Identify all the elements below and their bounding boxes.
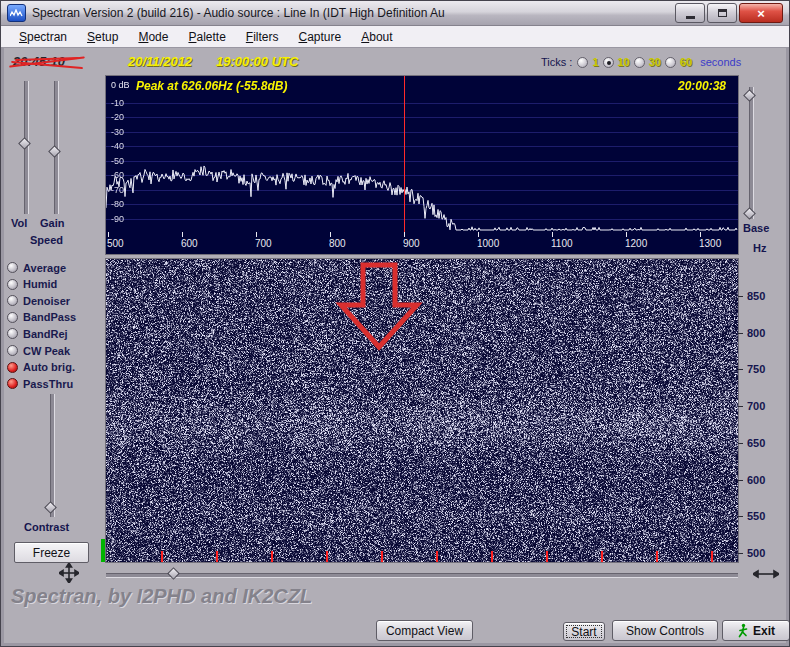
contrast-label: Contrast <box>24 521 69 533</box>
ticks-group: 1103060 <box>577 56 692 68</box>
freq-tick <box>256 232 257 237</box>
credit-text: Spectran, by I2PHD and IK2CZL <box>11 585 312 608</box>
exit-button-label: Exit <box>753 624 775 638</box>
freq-tick-label: 700 <box>255 238 272 249</box>
waterfall-tick <box>738 443 743 444</box>
freq-tick <box>330 232 331 237</box>
hz-label: Hz <box>753 242 766 254</box>
waterfall-tick-label: 600 <box>747 474 765 486</box>
menu-bar: SpectranSetupModePaletteFiltersCaptureAb… <box>1 26 789 48</box>
waterfall-tick-label: 750 <box>747 363 765 375</box>
waterfall-tick <box>738 369 743 370</box>
freq-tick-label: 800 <box>329 238 346 249</box>
maximize-icon <box>718 9 727 17</box>
waterfall-frequency-scale: 850800750700650600550500 <box>738 290 790 565</box>
average-label: Average <box>23 262 66 274</box>
frequency-scale: 5006007008009001000110012001300 <box>106 232 738 254</box>
exit-button[interactable]: Exit <box>722 620 790 641</box>
window-controls: × <box>675 3 783 23</box>
show-controls-button[interactable]: Show Controls <box>612 620 718 641</box>
exit-runner-icon <box>737 623 749 638</box>
close-button[interactable]: × <box>739 3 783 23</box>
waterfall-tick <box>738 296 743 297</box>
ticks-radio-60[interactable] <box>665 57 676 68</box>
toggle-row-bandpass: BandPass <box>7 310 76 325</box>
date-display: 20/11/2012 <box>128 54 192 69</box>
title-bar[interactable]: Spectran Version 2 (build 216) - Audio s… <box>1 1 789 26</box>
freeze-button[interactable]: Freeze <box>14 542 89 563</box>
spectrum-clock: 20:00:38 <box>678 79 726 93</box>
waterfall-tick <box>738 406 743 407</box>
menu-capture[interactable]: Capture <box>289 27 352 47</box>
ticks-option-label-30: 30 <box>649 56 661 68</box>
db-tick-label: -70 <box>111 185 124 195</box>
bandrej-toggle[interactable] <box>7 328 18 339</box>
spectrum-canvas[interactable] <box>106 76 738 232</box>
waterfall-tick-label: 500 <box>747 547 765 559</box>
ticks-option-label-1: 1 <box>592 56 598 68</box>
freq-tick-label: 900 <box>403 238 420 249</box>
freq-tick <box>700 232 701 237</box>
ticks-radio-10[interactable] <box>603 57 614 68</box>
freq-tick-label: 1000 <box>477 238 499 249</box>
bandpass-toggle[interactable] <box>7 312 18 323</box>
passthru-label: PassThru <box>23 378 73 390</box>
freq-tick-label: 1300 <box>699 238 721 249</box>
contrast-slider[interactable] <box>50 394 55 517</box>
passthru-toggle[interactable] <box>7 378 18 389</box>
bandpass-label: BandPass <box>23 311 76 323</box>
base-slider[interactable] <box>749 87 754 219</box>
ticks-controls: Ticks : 1103060 seconds <box>541 53 741 71</box>
toggle-list: AverageHumidDenoiserBandPassBandRejCW Pe… <box>7 260 105 398</box>
ticks-radio-1[interactable] <box>577 57 588 68</box>
menu-mode[interactable]: Mode <box>128 27 178 47</box>
menu-spectran[interactable]: Spectran <box>9 27 77 47</box>
menu-palette[interactable]: Palette <box>178 27 235 47</box>
average-toggle[interactable] <box>7 262 18 273</box>
freq-tick <box>478 232 479 237</box>
waterfall-tick-label: 700 <box>747 400 765 412</box>
minimize-button[interactable] <box>675 3 705 23</box>
waterfall-panel <box>106 259 738 562</box>
auto-brig-toggle[interactable] <box>7 362 18 373</box>
move-handle-icon[interactable] <box>59 563 79 583</box>
start-button[interactable]: Start <box>563 622 605 641</box>
waterfall-tick <box>738 553 743 554</box>
waterfall-tick-label: 550 <box>747 510 765 522</box>
db-tick-label: -20 <box>111 112 124 122</box>
cw-peak-toggle[interactable] <box>7 345 18 356</box>
humid-label: Humid <box>23 278 57 290</box>
humid-toggle[interactable] <box>7 279 18 290</box>
freq-tick <box>404 232 405 237</box>
freq-tick <box>626 232 627 237</box>
local-time: 20:45:10 <box>13 54 65 69</box>
gain-label: Gain <box>40 217 64 229</box>
ticks-option-label-10: 10 <box>618 56 630 68</box>
vol-label: Vol <box>11 217 27 229</box>
minimize-icon <box>686 16 695 19</box>
menu-filters[interactable]: Filters <box>236 27 289 47</box>
maximize-button[interactable] <box>707 3 737 23</box>
compact-view-button[interactable]: Compact View <box>376 620 473 641</box>
db-tick-label: -80 <box>111 199 124 209</box>
freq-tick-label: 500 <box>107 238 124 249</box>
freq-tick-label: 600 <box>181 238 198 249</box>
menu-about[interactable]: About <box>351 27 402 47</box>
ticks-label: Ticks : <box>541 56 572 68</box>
waterfall-offset-slider[interactable] <box>106 573 738 578</box>
denoiser-toggle[interactable] <box>7 295 18 306</box>
waterfall-tick <box>738 480 743 481</box>
toggle-row-humid: Humid <box>7 277 57 292</box>
resize-arrow-icon[interactable] <box>753 567 779 581</box>
speed-label: Speed <box>30 234 63 246</box>
level-indicator <box>101 539 105 562</box>
waterfall-tick <box>738 333 743 334</box>
menu-setup[interactable]: Setup <box>77 27 128 47</box>
annotation-arrow-icon <box>316 261 446 356</box>
waterfall-tick-label: 850 <box>747 290 765 302</box>
toggle-row-denoiser: Denoiser <box>7 293 70 308</box>
app-window: Spectran Version 2 (build 216) - Audio s… <box>0 0 790 647</box>
waterfall-tick-label: 650 <box>747 437 765 449</box>
ticks-radio-30[interactable] <box>634 57 645 68</box>
window-title: Spectran Version 2 (build 216) - Audio s… <box>32 6 675 20</box>
